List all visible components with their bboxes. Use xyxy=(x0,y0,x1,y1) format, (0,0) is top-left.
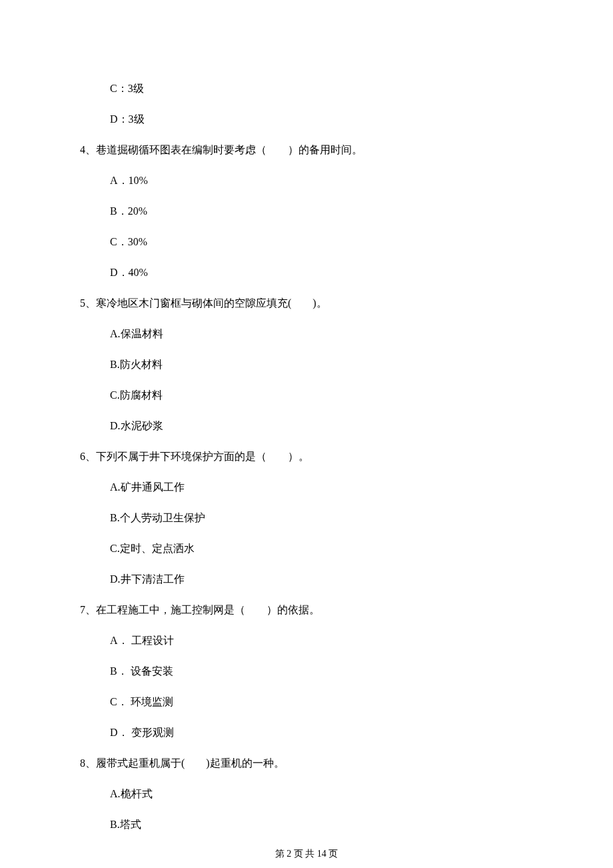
question-8-option-b: B.塔式 xyxy=(80,809,533,840)
question-5-option-b: B.防火材料 xyxy=(80,349,533,380)
question-5-option-d: D.水泥砂浆 xyxy=(80,411,533,441)
option-pre-d: D：3级 xyxy=(80,104,533,135)
question-4-stem: 4、巷道掘砌循环图表在编制时要考虑（ ）的备用时间。 xyxy=(80,135,533,165)
question-7-option-a: A． 工程设计 xyxy=(80,625,533,656)
question-5-stem: 5、寒冷地区木门窗框与砌体间的空隙应填充( )。 xyxy=(80,288,533,319)
question-8-stem: 8、履带式起重机属于( )起重机的一种。 xyxy=(80,748,533,779)
option-pre-c: C：3级 xyxy=(80,73,533,104)
question-6-option-b: B.个人劳动卫生保护 xyxy=(80,503,533,533)
question-7-option-b: B． 设备安装 xyxy=(80,656,533,687)
question-6-option-d: D.井下清洁工作 xyxy=(80,564,533,595)
page: C：3级 D：3级 4、巷道掘砌循环图表在编制时要考虑（ ）的备用时间。 A．1… xyxy=(0,0,613,868)
question-6-option-c: C.定时、定点洒水 xyxy=(80,533,533,564)
page-footer: 第 2 页 共 14 页 xyxy=(80,840,533,861)
question-4-option-c: C．30% xyxy=(80,227,533,257)
question-5-option-c: C.防腐材料 xyxy=(80,380,533,411)
question-4-option-a: A．10% xyxy=(80,165,533,196)
question-6-stem: 6、下列不属于井下环境保护方面的是（ ）。 xyxy=(80,441,533,472)
question-6-option-a: A.矿井通风工作 xyxy=(80,472,533,503)
question-5-option-a: A.保温材料 xyxy=(80,319,533,349)
question-7-option-c: C． 环境监测 xyxy=(80,687,533,717)
question-4-option-d: D．40% xyxy=(80,257,533,288)
question-8-option-a: A.桅杆式 xyxy=(80,779,533,809)
question-7-option-d: D． 变形观测 xyxy=(80,717,533,748)
question-4-option-b: B．20% xyxy=(80,196,533,227)
question-7-stem: 7、在工程施工中，施工控制网是（ ）的依据。 xyxy=(80,595,533,625)
